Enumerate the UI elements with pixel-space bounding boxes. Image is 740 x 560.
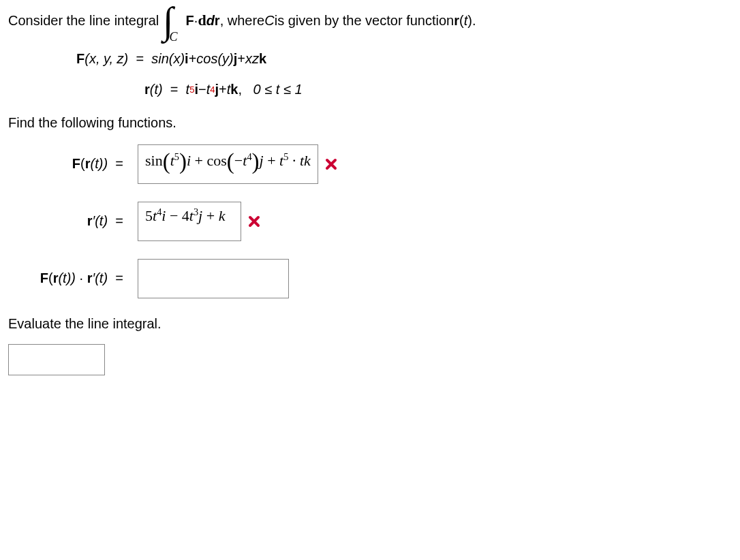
incorrect-icon bbox=[248, 215, 260, 228]
integral-symbol: ∫ C bbox=[163, 5, 181, 36]
incorrect-icon bbox=[325, 158, 337, 170]
answer-input-integral[interactable] bbox=[8, 344, 105, 375]
integrand-d: d bbox=[198, 12, 206, 29]
def-F-line: F (x, y, z) = sin(x) i + cos(y) j + xz k bbox=[76, 51, 732, 67]
label-F-of-r: F(r(t)) = bbox=[8, 156, 138, 172]
def-r-line: r (t) = t5 i − t4 j + t k , 0 ≤ t ≤ 1 bbox=[144, 82, 732, 97]
label-r-prime: r′(t) = bbox=[8, 213, 138, 229]
integrand-F: F bbox=[186, 13, 194, 29]
intro-text-1: Consider the line integral bbox=[8, 13, 159, 29]
evaluate-prompt: Evaluate the line integral. bbox=[8, 316, 732, 332]
label-dot-product: F(r(t)) · r′(t) = bbox=[8, 270, 138, 286]
answer-input-F-of-r[interactable]: sin(t5)i + cos(−t4)j + t5 · tk bbox=[138, 144, 318, 184]
intro-line: Consider the line integral ∫ C F · ddr d… bbox=[8, 5, 732, 36]
answer-input-dot-product[interactable] bbox=[138, 259, 289, 298]
answer-input-r-prime[interactable]: 5t4i − 4t3j + k bbox=[138, 202, 241, 241]
find-functions-prompt: Find the following functions. bbox=[8, 115, 732, 131]
